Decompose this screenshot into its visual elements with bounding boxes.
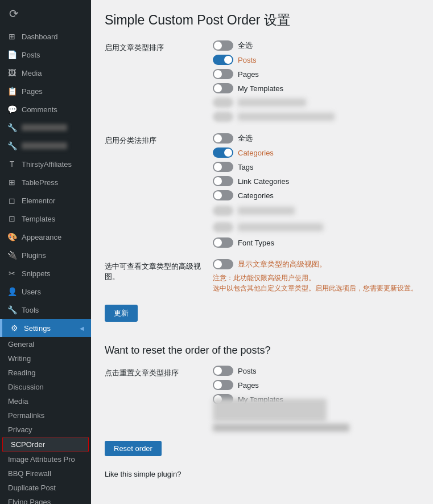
advanced-label: 选中可查看文章类型的高级视图。 [105, 259, 201, 282]
sidebar-menu: ⊞Dashboard📄Posts🖼Media📋Pages💬Comments🔧🔧T… [0, 27, 91, 337]
sidebar-label-tools: Tools [22, 306, 39, 314]
toggle-all1[interactable] [213, 40, 233, 51]
toggle-posts[interactable] [213, 55, 233, 65]
submenu-item-media[interactable]: Media [0, 394, 91, 408]
toggle-tags[interactable] [213, 162, 233, 172]
dashboard-icon: ⊞ [7, 32, 17, 41]
comments-icon: 💬 [7, 105, 17, 114]
sidebar-item-blurred2[interactable]: 🔧 [0, 137, 91, 155]
advanced-toggle[interactable] [213, 259, 233, 269]
appearance-icon: 🎨 [7, 232, 17, 241]
sidebar-item-media[interactable]: 🖼Media [0, 64, 91, 82]
toggle-row-posts: Posts [213, 55, 335, 65]
submenu-item-duplicate[interactable]: Duplicate Post [0, 481, 91, 495]
reset-toggle-rpages[interactable] [213, 380, 233, 390]
toggle-categories[interactable] [213, 147, 233, 158]
snippets-icon: ✂ [7, 269, 17, 278]
sidebar-item-pages[interactable]: 📋Pages [0, 82, 91, 100]
reset-section-title: Want to reset the order of the posts? [105, 345, 419, 357]
submenu-item-privacy[interactable]: Privacy [0, 423, 91, 437]
submenu-item-reading[interactable]: Reading [0, 366, 91, 380]
sidebar-label-plugins: Plugins [22, 251, 46, 260]
update-button[interactable]: 更新 [105, 305, 138, 322]
submenu-item-scporder[interactable]: SCPOrder [2, 437, 89, 452]
sidebar-label-users: Users [22, 288, 41, 296]
toggle-label-categories2: Categories [238, 191, 274, 200]
submenu-item-discussion[interactable]: Discussion [0, 380, 91, 394]
sidebar-item-templates[interactable]: ⊡Templates [0, 210, 91, 228]
toggle-label-posts: Posts [238, 56, 257, 64]
wp-logo: ⟳ [0, 0, 91, 27]
toggle-label-pages: Pages [238, 70, 259, 79]
blurred-icon: 🔧 [7, 141, 17, 150]
sidebar-label-pages: Pages [22, 87, 43, 96]
users-icon: 👤 [7, 287, 17, 296]
sidebar-label-snippets: Snippets [22, 269, 51, 278]
sidebar-item-users[interactable]: 👤Users [0, 282, 91, 301]
advanced-toggle-label: 显示文章类型的高级视图。 [238, 259, 327, 269]
blurred-toggle-row-1 [213, 97, 335, 108]
sidebar-label-media: Media [22, 69, 42, 77]
submenu-item-imageattr[interactable]: Image Attributes Pro [0, 452, 91, 466]
sidebar-label-dashboard: Dashboard [22, 32, 58, 41]
reset-blurred [213, 399, 419, 432]
reset-toggle-rposts[interactable] [213, 366, 233, 376]
submenu-item-flyingpages[interactable]: Flying Pages [0, 495, 91, 504]
open-indicator: ◀ [80, 325, 84, 331]
page-title: Simple Custom Post Order 设置 [105, 11, 419, 29]
sidebar-item-blurred1[interactable]: 🔧 [0, 118, 91, 137]
sidebar-item-tablepress[interactable]: ⊞TablePress [0, 173, 91, 191]
toggle-label-fonttypes: Font Types [238, 239, 274, 247]
sidebar-label-settings: Settings [24, 324, 51, 333]
toggle-row-fonttypes: Font Types [213, 237, 323, 248]
submenu-item-permalinks[interactable]: Permalinks [0, 408, 91, 423]
tax-blurred-1 [213, 204, 323, 217]
posts-icon: 📄 [7, 50, 17, 59]
blurred-toggle-row-2 [213, 112, 335, 122]
toggle-categories2[interactable] [213, 190, 233, 200]
submenu-item-general[interactable]: General [0, 337, 91, 351]
toggle-label-linkcategories: Link Categories [238, 177, 289, 186]
tools-icon: 🔧 [7, 305, 17, 314]
submenu-item-bbq[interactable]: BBQ Firewall [0, 466, 91, 481]
advanced-content: 显示文章类型的高级视图。 注意：此功能仅限高级用户使用。 选中以包含其他自定义文… [213, 259, 418, 293]
toggle-all2[interactable] [213, 133, 233, 144]
toggle-pages[interactable] [213, 69, 233, 79]
sidebar-label-tablepress: TablePress [22, 178, 58, 187]
sidebar-label-posts: Posts [22, 51, 40, 59]
toggle-row-categories: Categories [213, 147, 323, 158]
taxonomy-label: 启用分类法排序 [105, 133, 201, 146]
submenu-item-writing[interactable]: Writing [0, 351, 91, 366]
sidebar-item-appearance[interactable]: 🎨Appearance [0, 228, 91, 246]
elementor-icon: ◻ [7, 196, 17, 205]
sidebar-label-comments: Comments [22, 105, 57, 114]
thirsty-icon: T [7, 159, 17, 169]
sidebar-item-dashboard[interactable]: ⊞Dashboard [0, 27, 91, 46]
taxonomy-section: 启用分类法排序 全选CategoriesTagsLink CategoriesC… [105, 133, 419, 248]
pages-icon: 📋 [7, 87, 17, 96]
sidebar-item-thirsty[interactable]: TThirstyAffiliates [0, 155, 91, 173]
sidebar-item-elementor[interactable]: ◻Elementor [0, 191, 91, 210]
sidebar-item-posts[interactable]: 📄Posts [0, 46, 91, 64]
reset-toggle-row-rposts: Posts [213, 366, 283, 376]
sidebar-label-elementor: Elementor [22, 196, 55, 205]
toggle-mytemplates[interactable] [213, 83, 233, 93]
toggle-row-all1: 全选 [213, 40, 335, 51]
sidebar-item-comments[interactable]: 💬Comments [0, 100, 91, 118]
sidebar-item-snippets[interactable]: ✂Snippets [0, 264, 91, 282]
toggle-linkcategories[interactable] [213, 176, 233, 186]
reset-order-button[interactable]: Reset order [105, 441, 162, 456]
advanced-note: 注意：此功能仅限高级用户使用。 选中以包含其他自定义文章类型。启用此选项后，您需… [213, 273, 418, 293]
sidebar-item-settings[interactable]: ⚙Settings◀ [0, 319, 91, 337]
post-type-toggles: 全选PostsPagesMy Templates [213, 40, 335, 122]
reset-toggle-row-rpages: Pages [213, 380, 283, 390]
advanced-section: 选中可查看文章类型的高级视图。 显示文章类型的高级视图。 注意：此功能仅限高级用… [105, 259, 419, 293]
toggle-label-tags: Tags [238, 163, 253, 171]
post-type-label: 启用文章类型排序 [105, 40, 201, 53]
sidebar-item-plugins[interactable]: 🔌Plugins [0, 246, 91, 264]
toggle-row-tags: Tags [213, 162, 323, 172]
toggle-fonttypes[interactable] [213, 237, 233, 248]
toggle-label-mytemplates: My Templates [238, 84, 283, 93]
templates-icon: ⊡ [7, 214, 17, 223]
sidebar-item-tools[interactable]: 🔧Tools [0, 301, 91, 319]
